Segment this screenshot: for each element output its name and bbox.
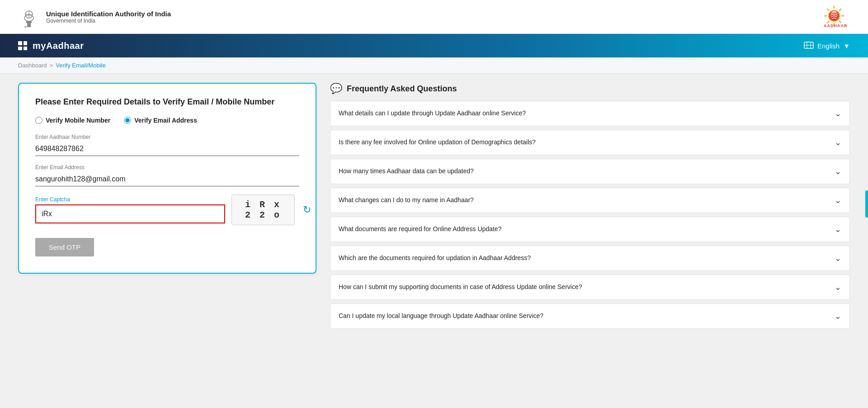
faq-item[interactable]: What documents are required for Online A… [330,217,850,242]
grid-icon [18,41,27,50]
header-left: ☸ Unique Identification Authority of Ind… [18,5,171,29]
radio-email-label[interactable]: Verify Email Address [124,117,197,124]
captcha-input[interactable] [35,204,225,223]
faq-chevron-icon: ⌄ [835,311,841,321]
faq-item[interactable]: How many times Aadhaar data can be updat… [330,159,850,184]
captcha-label: Enter Captcha [35,196,225,203]
faq-question: What documents are required for Online A… [339,224,829,233]
scroll-indicator [865,190,868,218]
captcha-row: Enter Captcha i R x 2 2 o ↻ [35,195,299,225]
faq-chevron-icon: ⌄ [835,138,841,147]
radio-mobile-label[interactable]: Verify Mobile Number [35,117,110,124]
faq-question: What details can I update through Update… [339,109,829,118]
email-input[interactable] [35,172,299,186]
refresh-captcha-button[interactable]: ↻ [301,202,313,218]
header: ☸ Unique Identification Authority of Ind… [0,0,868,34]
faq-item[interactable]: How can I submit my supporting documents… [330,275,850,300]
aadhaar-input[interactable] [35,142,299,156]
email-field-label: Enter Email Address [35,164,299,171]
faq-item[interactable]: Is there any fee involved for Online upd… [330,130,850,155]
faq-icon: 💬 [330,83,342,95]
aadhaar-logo-icon: AADHAAR [818,5,850,29]
svg-text:AADHAAR: AADHAAR [824,24,848,28]
faq-question: How many times Aadhaar data can be updat… [339,166,829,176]
org-name: Unique Identification Authority of India [46,10,171,18]
faq-question: What changes can I do to my name in Aadh… [339,195,829,204]
aadhaar-logo: AADHAAR [818,5,850,29]
form-card: Please Enter Required Details to Verify … [18,83,316,274]
faq-chevron-icon: ⌄ [835,253,841,263]
radio-email-text: Verify Email Address [134,117,197,124]
navbar: myAadhaar English ▼ [0,34,868,57]
svg-line-14 [827,9,829,10]
emblem-icon: ☸ [18,5,40,29]
radio-group: Verify Mobile Number Verify Email Addres… [35,117,299,124]
main-content: Please Enter Required Details to Verify … [0,74,868,342]
faq-item[interactable]: What details can I update through Update… [330,101,850,126]
send-otp-button[interactable]: Send OTP [35,238,94,256]
navbar-left: myAadhaar [18,41,84,51]
faq-chevron-icon: ⌄ [835,109,841,119]
language-selector[interactable]: English ▼ [804,41,850,51]
faq-question: How can I submit my supporting documents… [339,282,829,291]
faq-chevron-icon: ⌄ [835,195,841,205]
language-label: English [817,42,840,50]
breadcrumb-current: Verify Email/Mobile [56,62,106,69]
radio-mobile[interactable] [35,117,42,124]
email-field-group: Enter Email Address [35,164,299,186]
faq-item[interactable]: Which are the documents required for upd… [330,246,850,271]
faq-list: What details can I update through Update… [330,101,850,329]
faq-chevron-icon: ⌄ [835,166,841,176]
captcha-image: i R x 2 2 o [231,195,295,225]
svg-line-10 [839,21,841,23]
svg-text:☸: ☸ [24,26,27,28]
radio-email[interactable] [124,117,131,124]
svg-line-12 [827,21,829,23]
breadcrumb-dashboard[interactable]: Dashboard [18,62,47,69]
faq-item[interactable]: What changes can I do to my name in Aadh… [330,188,850,213]
faq-chevron-icon: ⌄ [835,224,841,234]
breadcrumb-separator: > [50,62,53,69]
svg-rect-0 [27,23,31,27]
faq-question: Which are the documents required for upd… [339,253,829,262]
chevron-down-icon: ▼ [843,42,850,50]
header-title: Unique Identification Authority of India… [46,10,171,24]
faq-header: 💬 Frequently Asked Questions [330,83,850,95]
radio-mobile-text: Verify Mobile Number [46,117,110,124]
faq-section: 💬 Frequently Asked Questions What detail… [330,83,850,332]
faq-question: Can I update my local language through U… [339,311,829,320]
captcha-input-wrap: Enter Captcha [35,196,225,223]
form-title: Please Enter Required Details to Verify … [35,97,299,107]
breadcrumb: Dashboard > Verify Email/Mobile [0,57,868,74]
faq-title: Frequently Asked Questions [347,84,457,94]
aadhaar-field-label: Enter Aadhaar Number [35,134,299,140]
aadhaar-field-group: Enter Aadhaar Number [35,134,299,156]
faq-chevron-icon: ⌄ [835,282,841,292]
faq-question: Is there any fee involved for Online upd… [339,138,829,147]
svg-line-8 [839,9,841,10]
faq-item[interactable]: Can I update my local language through U… [330,304,850,329]
language-icon [804,41,814,51]
navbar-title: myAadhaar [33,41,84,51]
org-sub: Government of India [46,18,171,24]
